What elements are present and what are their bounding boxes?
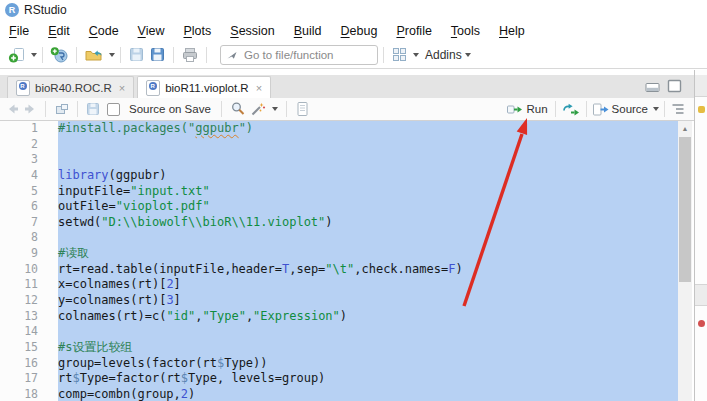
- line-number: 7: [0, 215, 38, 231]
- code-line-14[interactable]: [58, 324, 678, 340]
- code-line-1[interactable]: #install.packages("ggpubr"): [58, 121, 678, 137]
- maximize-pane-icon[interactable]: [667, 79, 682, 93]
- open-in-new-window-icon[interactable]: [54, 102, 69, 116]
- code-line-17[interactable]: rt$Type=factor(rt$Type, levels=group): [58, 371, 678, 387]
- goto-file-input[interactable]: [242, 48, 372, 62]
- toolbar-separator: [586, 101, 587, 117]
- r-file-icon: [146, 80, 160, 96]
- addins-caret-icon[interactable]: [465, 53, 471, 57]
- goto-arrow-icon: [226, 49, 238, 61]
- toolbar-separator: [173, 47, 174, 63]
- code-line-10[interactable]: rt=read.table(inputFile,header=T,sep="\t…: [58, 262, 678, 278]
- document-outline-icon[interactable]: [670, 102, 686, 116]
- rstudio-logo-icon: R: [5, 3, 19, 17]
- tab-label: bioR40.ROC.R: [35, 82, 112, 94]
- menu-build[interactable]: Build: [294, 24, 322, 38]
- scroll-up-icon[interactable]: ▲: [678, 121, 692, 135]
- close-icon[interactable]: ×: [256, 82, 262, 94]
- new-project-button[interactable]: [48, 44, 71, 66]
- code-line-11[interactable]: x=colnames(rt)[2]: [58, 277, 678, 293]
- goto-file-box[interactable]: [220, 45, 378, 65]
- menu-view[interactable]: View: [138, 24, 165, 38]
- menu-edit[interactable]: Edit: [48, 24, 70, 38]
- pane-layout-caret-icon[interactable]: [413, 53, 419, 57]
- close-icon[interactable]: ×: [119, 82, 125, 94]
- source-button[interactable]: Source: [612, 103, 648, 115]
- find-replace-icon[interactable]: [230, 101, 246, 117]
- save-button[interactable]: [126, 44, 147, 66]
- toolbar-separator: [45, 101, 46, 117]
- code-line-16[interactable]: group=levels(factor(rt$Type)): [58, 356, 678, 372]
- code-line-8[interactable]: [58, 230, 678, 246]
- line-number: 5: [0, 184, 38, 200]
- code-line-12[interactable]: y=colnames(rt)[3]: [58, 293, 678, 309]
- menu-session[interactable]: Session: [230, 24, 274, 38]
- menu-debug[interactable]: Debug: [341, 24, 378, 38]
- code-line-3[interactable]: [58, 152, 678, 168]
- menu-bar: FileEditCodeViewPlotsSessionBuildDebugPr…: [0, 20, 707, 41]
- tab-strip: bioR40.ROC.R×bioR11.vioplot.R×: [7, 75, 274, 98]
- scrollbar-thumb[interactable]: [679, 137, 691, 282]
- code-line-6[interactable]: outFile="vioplot.pdf": [58, 199, 678, 215]
- toolbar-separator: [77, 101, 78, 117]
- source-on-save-checkbox[interactable]: [107, 103, 120, 116]
- code-line-15[interactable]: #s设置比较组: [58, 340, 678, 356]
- tab-bioR40.ROC.R[interactable]: bioR40.ROC.R×: [7, 76, 134, 98]
- open-file-caret-icon[interactable]: [109, 53, 115, 57]
- rerun-icon[interactable]: [561, 102, 581, 117]
- line-number: 18: [0, 387, 38, 401]
- source-editor-pane: bioR40.ROC.R×bioR11.vioplot.R×: [0, 70, 695, 401]
- line-number: 14: [0, 324, 38, 340]
- code-line-9[interactable]: #读取: [58, 246, 678, 262]
- minimize-pane-icon[interactable]: [645, 79, 660, 93]
- menu-code[interactable]: Code: [89, 24, 119, 38]
- code-tools-wand-icon[interactable]: [249, 101, 266, 117]
- run-button[interactable]: Run: [526, 103, 547, 115]
- pane-layout-button[interactable]: [389, 44, 410, 66]
- tab-bioR11.vioplot.R[interactable]: bioR11.vioplot.R×: [137, 76, 271, 98]
- forward-icon[interactable]: [23, 102, 37, 116]
- print-button[interactable]: [179, 44, 201, 66]
- menu-plots[interactable]: Plots: [183, 24, 211, 38]
- code-editor[interactable]: 123456789101112131415161718 #install.pac…: [0, 121, 694, 401]
- compile-report-icon[interactable]: [295, 101, 310, 117]
- code-line-4[interactable]: library(ggpubr): [58, 168, 678, 184]
- toolbar-separator: [664, 101, 665, 117]
- line-number: 2: [0, 137, 38, 153]
- line-number: 13: [0, 309, 38, 325]
- gutter: 123456789101112131415161718: [0, 121, 58, 401]
- right-pane-sliver: [695, 70, 707, 401]
- editor-scrollbar[interactable]: ▲: [678, 121, 692, 401]
- code-line-5[interactable]: inputFile="input.txt": [58, 184, 678, 200]
- menu-help[interactable]: Help: [499, 24, 525, 38]
- save-file-icon[interactable]: [86, 102, 100, 116]
- title-bar: R RStudio: [0, 0, 707, 20]
- menu-tools[interactable]: Tools: [451, 24, 480, 38]
- code-line-18[interactable]: comp=combn(group,2): [58, 387, 678, 401]
- code-line-2[interactable]: [58, 137, 678, 153]
- save-all-button[interactable]: [147, 44, 168, 66]
- back-icon[interactable]: [6, 102, 20, 116]
- open-file-button[interactable]: [82, 44, 106, 66]
- toolbar-separator: [286, 101, 287, 117]
- toolbar-separator: [206, 47, 207, 63]
- code-line-13[interactable]: colnames(rt)=c("id","Type","Expression"): [58, 309, 678, 325]
- addins-button[interactable]: Addins: [425, 48, 462, 62]
- code-line-7[interactable]: setwd("D:\\biowolf\\bioR\\11.vioplot"): [58, 215, 678, 231]
- line-number: 15: [0, 340, 38, 356]
- new-file-button[interactable]: [6, 44, 28, 66]
- toolbar-separator: [42, 47, 43, 63]
- source-caret-icon[interactable]: [653, 107, 659, 111]
- menu-file[interactable]: File: [9, 24, 29, 38]
- code-lines[interactable]: #install.packages("ggpubr")library(ggpub…: [58, 121, 678, 401]
- code-tools-caret-icon[interactable]: [272, 107, 278, 111]
- workspace: bioR40.ROC.R×bioR11.vioplot.R×: [0, 70, 707, 401]
- source-icon[interactable]: [592, 102, 610, 117]
- new-file-caret-icon[interactable]: [31, 53, 37, 57]
- line-number: 8: [0, 230, 38, 246]
- right-pane-header: [695, 75, 707, 97]
- right-pane-icon2: [698, 320, 705, 327]
- run-icon[interactable]: [506, 102, 524, 117]
- line-number: 16: [0, 356, 38, 372]
- menu-profile[interactable]: Profile: [396, 24, 431, 38]
